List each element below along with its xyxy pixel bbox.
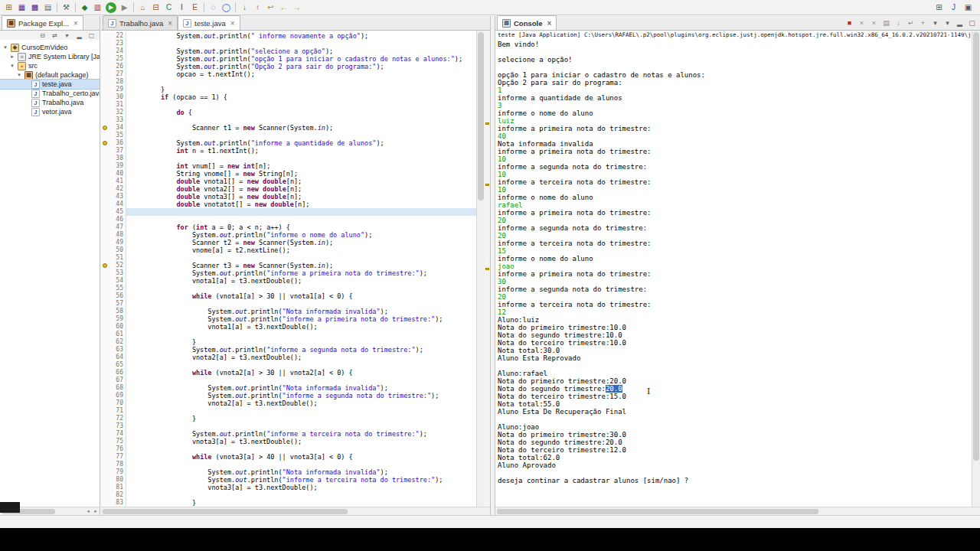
code-text[interactable]: double vnotatot[] = new double[n]; (126, 201, 477, 208)
line-number[interactable]: 31 (108, 101, 126, 109)
code-line-66[interactable]: 66 while (vnota2[a] > 30 || vnota2[a] < … (101, 369, 477, 377)
hscroll-thumb[interactable] (497, 509, 818, 514)
code-text[interactable]: } (126, 338, 477, 346)
line-number[interactable]: 32 (108, 109, 126, 116)
code-line-41[interactable]: 41 double vnota1[] = new double[n]; (101, 178, 477, 185)
code-text[interactable]: Scanner t2 = new Scanner(System.in); (126, 239, 477, 246)
line-number[interactable]: 75 (108, 438, 126, 445)
code-line-59[interactable]: 59 System.out.println("informe a primeir… (101, 315, 477, 323)
code-line-83[interactable]: 83 } (101, 499, 477, 507)
code-line-77[interactable]: 77 while (vnota3[a] > 40 || vnota3[a] < … (101, 453, 477, 461)
code-text[interactable]: double vnota2[] = new double[n]; (126, 185, 477, 193)
code-line-27[interactable]: 27 opcao = t.nextInt(); (101, 70, 477, 78)
editor-tab-teste-java[interactable]: Jteste.java× (178, 15, 240, 30)
code-line-25[interactable]: 25 System.out.println("opção 1 para inic… (101, 55, 477, 63)
code-text[interactable]: System.out.println("informe a segunda no… (126, 392, 477, 399)
line-number[interactable]: 35 (108, 132, 126, 139)
line-number[interactable]: 78 (108, 461, 126, 468)
previous-annotation-icon[interactable]: ↑ (251, 2, 264, 14)
display-selected-console-icon[interactable]: ▾ (929, 18, 941, 28)
code-line-73[interactable]: 73 (101, 422, 477, 430)
quick-access-icon[interactable]: ▣ (962, 2, 975, 14)
code-text[interactable]: } (126, 86, 477, 93)
code-text[interactable]: System.out.println("informe a segunda no… (126, 346, 477, 354)
line-number[interactable]: 42 (108, 185, 126, 193)
line-number[interactable]: 34 (108, 124, 126, 132)
line-number[interactable]: 80 (108, 476, 126, 484)
next-annotation-icon[interactable]: ↓ (238, 2, 251, 14)
code-text[interactable] (126, 254, 477, 262)
code-text[interactable]: System.out.println("informe a terceira n… (126, 476, 477, 484)
code-line-75[interactable]: 75 vnota3[a] = t3.nextDouble(); (101, 438, 477, 445)
terminate-icon[interactable]: ■ (844, 18, 855, 28)
open-type-icon[interactable]: ◌ (207, 2, 220, 14)
code-text[interactable] (126, 361, 477, 369)
tree-item-trabalho-certo-java[interactable]: JTrabalho_certo.java (0, 89, 100, 98)
line-number[interactable]: 30 (108, 93, 126, 101)
collapse-all-icon[interactable]: ⊟ (37, 31, 48, 40)
code-line-76[interactable]: 76 (101, 445, 477, 453)
code-line-81[interactable]: 81 vnota3[a] = t3.nextDouble(); (101, 484, 477, 491)
line-number[interactable]: 74 (108, 430, 126, 438)
line-number[interactable]: 26 (108, 63, 126, 70)
line-number[interactable]: 40 (108, 170, 126, 178)
back-icon[interactable]: ← (277, 2, 290, 14)
code-line-78[interactable]: 78 (101, 461, 477, 468)
line-number[interactable]: 36 (108, 139, 126, 147)
open-perspective-icon[interactable]: ⊞ (933, 2, 946, 14)
line-number[interactable]: 27 (108, 70, 126, 78)
line-number[interactable]: 33 (108, 116, 126, 124)
code-line-31[interactable]: 31 (101, 101, 477, 109)
view-menu-icon[interactable]: ▾ (61, 31, 73, 40)
code-text[interactable]: Scanner t3 = new Scanner(System.in); (126, 262, 477, 269)
code-text[interactable] (126, 422, 477, 430)
annotation-mark[interactable] (485, 184, 489, 186)
code-text[interactable] (126, 407, 477, 415)
code-line-38[interactable]: 38 (101, 155, 477, 162)
code-text[interactable]: System.out.println("Nota informada inval… (126, 384, 477, 392)
line-number[interactable]: 65 (108, 361, 126, 369)
save-icon[interactable]: ▦ (15, 2, 28, 14)
close-icon[interactable]: × (168, 19, 172, 28)
code-line-74[interactable]: 74 System.out.println("informe a terceir… (101, 430, 477, 438)
code-text[interactable]: vnota1[a] = t3.nextDouble(); (126, 277, 477, 285)
line-number[interactable]: 79 (108, 468, 126, 476)
lightbulb-marker-icon[interactable] (101, 124, 108, 132)
line-number[interactable]: 77 (108, 453, 126, 461)
scroll-right-icon[interactable]: ▸ (92, 508, 100, 514)
line-number[interactable]: 23 (108, 40, 126, 47)
code-text[interactable] (126, 461, 477, 468)
code-line-48[interactable]: 48 System.out.println("informe o nome do… (101, 231, 477, 239)
new-class-icon[interactable]: C (162, 2, 175, 14)
line-number[interactable]: 64 (108, 354, 126, 361)
code-line-57[interactable]: 57 (101, 300, 477, 308)
code-line-42[interactable]: 42 double vnota2[] = new double[n]; (101, 185, 477, 193)
code-line-58[interactable]: 58 System.out.println("Nota informada in… (101, 308, 477, 315)
code-line-62[interactable]: 62 } (101, 338, 477, 346)
code-line-49[interactable]: 49 Scanner t2 = new Scanner(System.in); (101, 239, 477, 246)
console-vscroll[interactable] (972, 31, 980, 507)
lightbulb-marker-icon[interactable] (101, 139, 108, 147)
line-number[interactable]: 46 (108, 216, 126, 223)
line-number[interactable]: 60 (108, 323, 126, 331)
line-number[interactable]: 57 (108, 300, 126, 308)
code-line-71[interactable]: 71 (101, 407, 477, 415)
code-text[interactable]: opcao = t.nextInt(); (126, 70, 477, 78)
build-all-icon[interactable]: ⚒ (60, 2, 73, 14)
minimized-trim-box[interactable] (0, 502, 20, 513)
code-text[interactable]: for (int a = 0; a < n; a++) { (126, 223, 477, 231)
code-line-30[interactable]: 30 if (opcao == 1) { (101, 93, 477, 101)
chevron-down-icon[interactable]: ▾ (9, 63, 15, 69)
tree-item-default-package[interactable]: ▾▦(default package) (0, 70, 100, 80)
code-line-80[interactable]: 80 System.out.println("informe a terceir… (101, 476, 477, 484)
code-text[interactable] (126, 377, 477, 384)
tree-item-trabalho-java[interactable]: JTrabalho.java (0, 98, 100, 107)
line-number[interactable]: 76 (108, 445, 126, 453)
debug-icon[interactable]: ◆ (78, 2, 91, 14)
code-text[interactable]: if (opcao == 1) { (126, 93, 477, 101)
code-line-32[interactable]: 32 do { (101, 109, 477, 116)
code-line-44[interactable]: 44 double vnotatot[] = new double[n]; (101, 201, 477, 208)
code-text[interactable] (126, 132, 477, 139)
code-text[interactable]: System.out.println("informe a quantidade… (126, 139, 477, 147)
code-line-34[interactable]: 34 Scanner t1 = new Scanner(System.in); (101, 124, 477, 132)
